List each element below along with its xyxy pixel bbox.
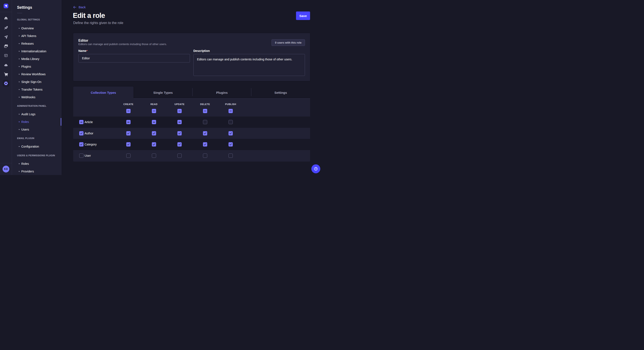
svg-text:?: ? xyxy=(315,168,316,170)
